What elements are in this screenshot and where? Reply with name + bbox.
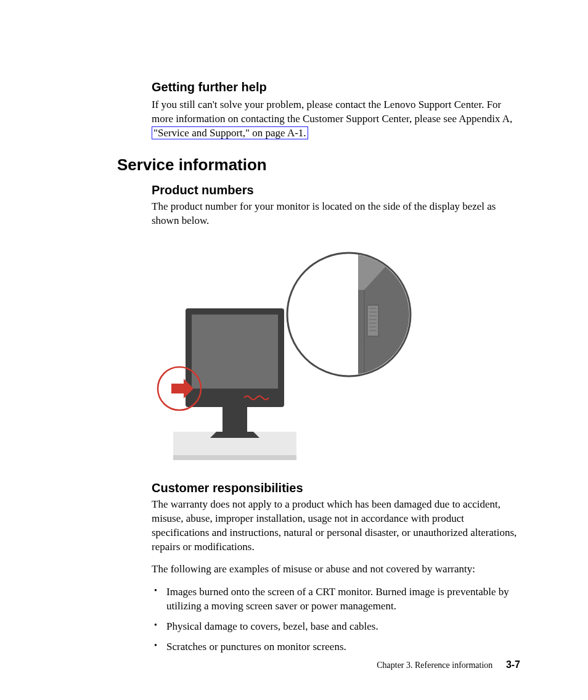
svg-marker-16 bbox=[210, 432, 259, 438]
svg-rect-14 bbox=[173, 455, 296, 460]
footer-chapter: Chapter 3. Reference information bbox=[377, 661, 492, 670]
heading-service-information: Service information bbox=[117, 155, 520, 175]
appendix-link[interactable]: "Service and Support," on page A-1. bbox=[152, 126, 308, 139]
paragraph-getting-help: If you still can't solve your problem, p… bbox=[152, 98, 520, 141]
svg-rect-18 bbox=[192, 315, 278, 389]
svg-rect-5 bbox=[367, 305, 378, 336]
footer-page-number: 3-7 bbox=[506, 659, 520, 670]
paragraph-warranty: The warranty does not apply to a product… bbox=[152, 498, 520, 554]
list-item: Scratches or punctures on monitor screen… bbox=[152, 640, 520, 654]
paragraph-misuse-intro: The following are examples of misuse or … bbox=[152, 562, 520, 577]
misuse-list: Images burned onto the screen of a CRT m… bbox=[152, 585, 520, 654]
heading-product-numbers: Product numbers bbox=[152, 183, 520, 197]
heading-getting-further-help: Getting further help bbox=[152, 80, 520, 94]
heading-customer-responsibilities: Customer responsibilities bbox=[152, 481, 520, 495]
monitor-illustration-svg bbox=[152, 247, 417, 469]
document-page: Getting further help If you still can't … bbox=[0, 0, 588, 700]
getting-help-text: If you still can't solve your problem, p… bbox=[152, 99, 512, 125]
page-footer: Chapter 3. Reference information 3-7 bbox=[377, 659, 520, 670]
list-item: Images burned onto the screen of a CRT m… bbox=[152, 585, 520, 614]
paragraph-product-numbers: The product number for your monitor is l… bbox=[152, 200, 520, 228]
list-item: Physical damage to covers, bezel, base a… bbox=[152, 620, 520, 634]
monitor-figure bbox=[152, 247, 417, 469]
